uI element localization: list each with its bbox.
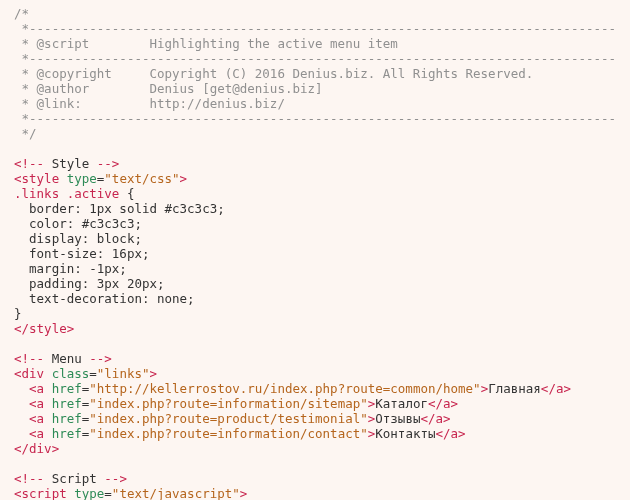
angle: >	[180, 171, 188, 186]
sp	[44, 366, 52, 381]
tag-a: a	[443, 396, 451, 411]
angle: >	[112, 156, 120, 171]
sp	[44, 411, 52, 426]
angle: <	[14, 486, 22, 500]
comment-line: * @script Highlighting the active menu i…	[14, 36, 398, 51]
link-text-2: Каталог	[375, 396, 428, 411]
brace-close: }	[14, 306, 22, 321]
sp	[44, 381, 52, 396]
sp	[44, 396, 52, 411]
bang: !--	[22, 471, 45, 486]
angle: </	[14, 441, 29, 456]
angle: >	[240, 486, 248, 500]
css-selector: .links .active	[14, 186, 119, 201]
angle: <	[29, 396, 37, 411]
tag-style-open: style	[22, 171, 60, 186]
dashes: --	[104, 471, 119, 486]
angle: >	[443, 411, 451, 426]
href-2: "index.php?route=information/sitemap"	[89, 396, 367, 411]
angle: >	[458, 426, 466, 441]
dashes: --	[89, 351, 104, 366]
tag-a: a	[436, 411, 444, 426]
angle: </	[428, 396, 443, 411]
angle: >	[150, 366, 158, 381]
link-text-3: Отзывы	[375, 411, 420, 426]
bang: !--	[22, 351, 45, 366]
attr-type: type	[67, 171, 97, 186]
comment-line: * @link: http://denius.biz/	[14, 96, 285, 111]
tag-style-close: style	[29, 321, 67, 336]
val-links: "links"	[97, 366, 150, 381]
href-1: "http://kellerrostov.ru/index.php?route=…	[89, 381, 480, 396]
comment-line: * @copyright Copyright (C) 2016 Denius.b…	[14, 66, 533, 81]
css-rule: display: block;	[14, 231, 142, 246]
angle: <	[29, 426, 37, 441]
comment-line: */	[14, 126, 37, 141]
angle: >	[451, 396, 459, 411]
href-3: "index.php?route=product/testimonial"	[89, 411, 367, 426]
angle: <	[14, 171, 22, 186]
attr-href: href	[52, 381, 82, 396]
link-text-1: Главная	[488, 381, 541, 396]
angle: <	[29, 381, 37, 396]
angle: </	[14, 321, 29, 336]
comment-text: Script	[44, 471, 104, 486]
angle: >	[67, 321, 75, 336]
tag-div-open: div	[22, 366, 45, 381]
angle: >	[563, 381, 571, 396]
angle: >	[52, 441, 60, 456]
tag-script-open: script	[22, 486, 67, 500]
css-rule: font-size: 16px;	[14, 246, 149, 261]
code-block: /* *------------------------------------…	[0, 0, 630, 500]
comment-line: /*	[14, 6, 29, 21]
angle: <	[29, 411, 37, 426]
comment-line: *---------------------------------------…	[14, 111, 616, 126]
comment-text: Menu	[44, 351, 89, 366]
attr-href: href	[52, 411, 82, 426]
attr-href: href	[52, 396, 82, 411]
comment-line: *---------------------------------------…	[14, 51, 616, 66]
tag-a: a	[451, 426, 459, 441]
val-textcss: "text/css"	[104, 171, 179, 186]
attr-class: class	[52, 366, 90, 381]
eq: =	[104, 486, 112, 500]
comment-line: *---------------------------------------…	[14, 21, 616, 36]
angle: </	[541, 381, 556, 396]
attr-href: href	[52, 426, 82, 441]
brace-open: {	[119, 186, 134, 201]
link-text-4: Контакты	[375, 426, 435, 441]
css-rule: text-decoration: none;	[14, 291, 195, 306]
sp	[44, 426, 52, 441]
angle: >	[104, 351, 112, 366]
css-rule: padding: 3px 20px;	[14, 276, 165, 291]
bang: !--	[22, 156, 45, 171]
tag-a: a	[37, 381, 45, 396]
angle: <	[14, 351, 22, 366]
angle: <	[14, 366, 22, 381]
sp	[59, 171, 67, 186]
eq: =	[89, 366, 97, 381]
dashes: --	[97, 156, 112, 171]
comment-line: * @author Denius [get@denius.biz]	[14, 81, 323, 96]
tag-div-close: div	[29, 441, 52, 456]
angle: >	[119, 471, 127, 486]
angle: <	[14, 471, 22, 486]
angle: <	[14, 156, 22, 171]
attr-type: type	[74, 486, 104, 500]
css-rule: border: 1px solid #c3c3c3;	[14, 201, 225, 216]
angle: </	[436, 426, 451, 441]
tag-a: a	[37, 396, 45, 411]
comment-text: Style	[44, 156, 97, 171]
tag-a: a	[37, 411, 45, 426]
tag-a: a	[37, 426, 45, 441]
href-4: "index.php?route=information/contact"	[89, 426, 367, 441]
css-rule: color: #c3c3c3;	[14, 216, 142, 231]
css-rule: margin: -1px;	[14, 261, 127, 276]
angle: </	[420, 411, 435, 426]
val-textjs: "text/javascript"	[112, 486, 240, 500]
